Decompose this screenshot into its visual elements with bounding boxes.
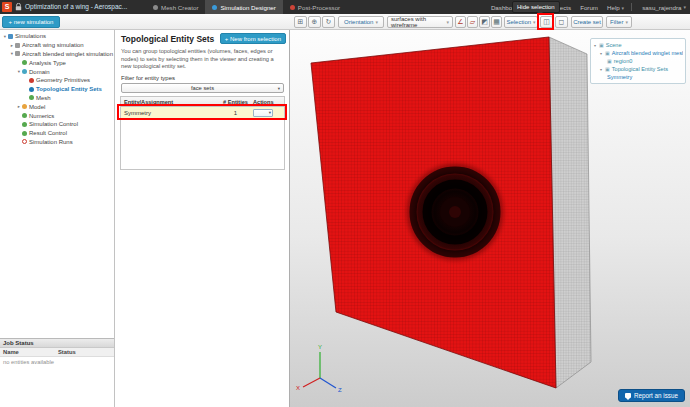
scene-node-label: Scene <box>606 42 622 48</box>
table-row-symmetry[interactable]: Symmetry 1 ▾ <box>121 107 284 119</box>
entity-count: 1 <box>218 110 253 116</box>
sidebar-item-simulation-runs[interactable]: Simulation Runs <box>0 138 115 147</box>
simulation-control-icon <box>22 122 27 127</box>
measure-icon[interactable]: ∠ <box>455 16 466 28</box>
shaded-view-icon[interactable]: ◩ <box>479 16 490 28</box>
scene-symmetry-node[interactable]: Symmetry <box>593 73 683 81</box>
simulation-tree-sidebar: ▾ Simulations ▸ Aircraft wing simulation… <box>0 30 115 407</box>
job-status-empty-text: no entities available <box>0 357 114 367</box>
show-selection-icon[interactable]: ◻ <box>555 16 568 28</box>
sidebar-item-label: Domain <box>29 69 50 75</box>
project-title[interactable]: Optimization of a wing - Aerospac... <box>25 0 127 14</box>
app-window: S Optimization of a wing - Aerospac... M… <box>0 0 690 407</box>
tab-label: Post-Processor <box>298 4 340 11</box>
sidebar-item-label: Mesh <box>36 95 51 101</box>
sidebar-item-label: Simulation Control <box>29 121 78 127</box>
app-logo[interactable]: S <box>2 2 12 12</box>
mesh-render[interactable]: Y X Z <box>290 30 690 407</box>
table-header-row: Entity/Assignment # Entities Actions <box>121 97 284 107</box>
mesh-display-icon[interactable]: ▦ <box>491 16 502 28</box>
mesh-icon <box>29 95 34 100</box>
hide-selection-icon[interactable]: ◫ <box>540 16 553 28</box>
tab-simulation-designer[interactable]: Simulation Designer <box>205 0 282 14</box>
entity-sets-icon <box>29 87 34 92</box>
simulation-tree: ▾ Simulations ▸ Aircraft wing simulation… <box>0 32 115 146</box>
column-actions: Actions <box>253 99 282 105</box>
row-actions-select[interactable]: ▾ <box>253 109 273 117</box>
sidebar-item-label: Numerics <box>29 113 54 119</box>
sidebar-item-label: Simulations <box>15 33 46 39</box>
sidebar-item-label: Result Control <box>29 130 67 136</box>
nav-help[interactable]: Help ▾ <box>607 4 624 11</box>
new-from-selection-button[interactable]: + New from selection <box>220 33 286 44</box>
caret-down-icon: ▾ <box>625 19 628 25</box>
viewport-3d[interactable]: Y X Z ▾ ▣ Scene ▾ ▣ Aircraft blended win… <box>290 30 690 407</box>
sidebar-item-topological-entity-sets[interactable]: Topological Entity Sets <box>0 85 115 94</box>
orientation-dropdown[interactable]: Orientation ▾ <box>338 16 384 28</box>
sidebar-item-mesh[interactable]: Mesh <box>0 94 115 103</box>
column-num-entities: # Entities <box>218 99 253 105</box>
mesh-core-center <box>449 206 461 218</box>
entity-type-filter-select[interactable]: face sets ▾ <box>121 83 284 93</box>
sidebar-item-geometry-primitives[interactable]: Geometry Primitives <box>0 76 115 85</box>
render-mode-select[interactable]: surfaces with wireframe ▾ <box>387 16 453 28</box>
numerics-icon <box>22 113 27 118</box>
mesh-creator-icon <box>153 5 158 10</box>
column-entity-assignment: Entity/Assignment <box>121 99 218 105</box>
tab-mesh-creator[interactable]: Mesh Creator <box>146 0 205 14</box>
scene-tree-overlay: ▾ ▣ Scene ▾ ▣ Aircraft blended winglet m… <box>590 38 686 84</box>
hide-selection-tooltip: Hide selection <box>512 1 560 13</box>
user-menu[interactable]: sasu_rajendra ▾ <box>642 0 686 14</box>
rotate-view-icon[interactable]: ↻ <box>322 16 335 28</box>
sidebar-item-numerics[interactable]: Numerics <box>0 111 115 120</box>
job-status-header: Name Status <box>0 348 114 357</box>
selection-label: Selection <box>506 19 531 25</box>
viewer-toolbar: + new simulation ⊞ ⊕ ↻ Orientation ▾ sur… <box>0 14 690 30</box>
entity-set-name: Symmetry <box>121 110 218 116</box>
nav-forum[interactable]: Forum <box>580 4 598 11</box>
sidebar-item-simulations[interactable]: ▾ Simulations <box>0 32 115 41</box>
fit-view-icon[interactable]: ⊞ <box>294 16 307 28</box>
report-issue-button[interactable]: Report an issue <box>618 389 685 402</box>
check-icon <box>22 60 27 65</box>
sidebar-item-aircraft-wing-simulation[interactable]: ▸ Aircraft wing simulation <box>0 41 115 50</box>
caret-down-icon: ▾ <box>683 4 686 10</box>
sidebar-item-aircraft-blended-winglet-simulation[interactable]: ▾ Aircraft blended winglet simulation <box>0 50 115 59</box>
sidebar-item-model[interactable]: ▸ Model <box>0 102 115 111</box>
cube-icon: ▣ <box>599 42 604 48</box>
sidebar-item-label: Aircraft wing simulation <box>22 42 84 48</box>
caret-down-icon: ▾ <box>621 5 624 11</box>
simulation-icon <box>15 51 20 56</box>
clip-plane-icon[interactable]: ▱ <box>467 16 478 28</box>
filter-dropdown[interactable]: Filter ▾ <box>606 16 632 28</box>
sidebar-item-result-control[interactable]: Result Control <box>0 129 115 138</box>
scene-region-node[interactable]: ▣ region0 <box>593 57 683 65</box>
selection-dropdown[interactable]: Selection ▾ <box>504 16 538 28</box>
sidebar-item-label: Model <box>29 104 45 110</box>
entity-sets-table: Entity/Assignment # Entities Actions Sym… <box>120 96 285 170</box>
sidebar-item-label: Geometry Primitives <box>36 77 90 83</box>
caret-down-icon: ▾ <box>446 19 449 25</box>
create-set-button[interactable]: Create set <box>571 16 603 28</box>
job-status-col-name: Name <box>0 349 56 355</box>
result-control-icon <box>22 131 27 136</box>
entity-type-filter-value: face sets <box>191 85 214 91</box>
new-simulation-button[interactable]: + new simulation <box>2 16 60 28</box>
scene-root-node[interactable]: ▾ ▣ Scene <box>593 41 683 49</box>
cube-icon: ▣ <box>605 50 610 56</box>
scene-node-label: Topological Entity Sets <box>612 66 668 72</box>
chat-bubble-icon <box>625 393 631 398</box>
caret-down-icon: ▾ <box>375 19 378 25</box>
scene-entity-sets-node[interactable]: ▾ ▣ Topological Entity Sets <box>593 65 683 73</box>
sidebar-item-domain[interactable]: ▾ Domain <box>0 67 115 76</box>
zoom-icon[interactable]: ⊕ <box>308 16 321 28</box>
geometry-primitives-icon <box>29 78 34 83</box>
sidebar-item-analysis-type[interactable]: Analysis Type <box>0 58 115 67</box>
sidebar-item-simulation-control[interactable]: Simulation Control <box>0 120 115 129</box>
scene-mesh-node[interactable]: ▾ ▣ Aircraft blended winglet mesh <box>593 49 683 57</box>
entity-type-filter-label: Filter for entity types <box>121 75 175 81</box>
folder-icon <box>8 34 13 39</box>
tab-post-processor[interactable]: Post-Processor <box>283 0 347 14</box>
cube-icon: ▣ <box>607 58 612 64</box>
job-status-panel: Job Status Name Status no entities avail… <box>0 338 114 367</box>
